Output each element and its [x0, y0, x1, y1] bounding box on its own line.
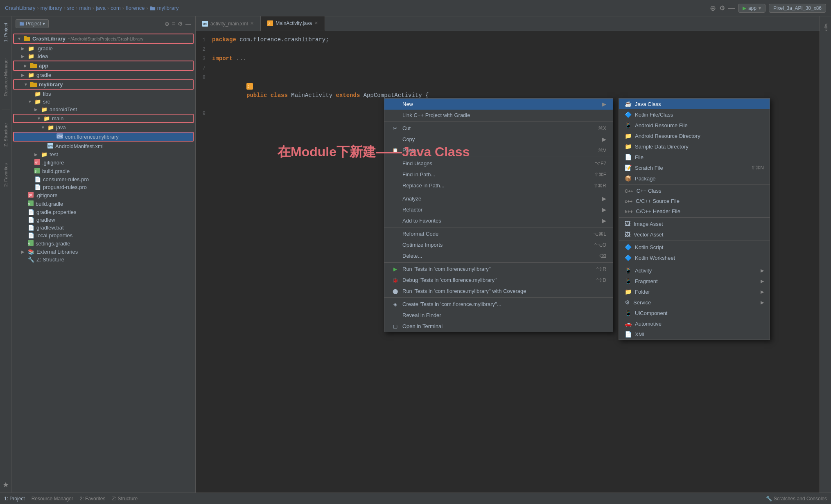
submenu-cpp-header[interactable]: h++ C/C++ Header File	[619, 206, 770, 216]
submenu-cpp-class[interactable]: C++ C++ Class	[619, 186, 770, 196]
tree-item-gitignore-lib[interactable]: git .gitignore	[11, 158, 195, 167]
tree-item-mylibrary[interactable]: ▼ mylibrary	[13, 79, 194, 90]
tree-item-gradle-hidden[interactable]: ▶ 📁 .gradle	[11, 45, 195, 52]
breadcrumb-crashlibrary[interactable]: CrashLibrary	[5, 5, 35, 11]
bottom-item-favorites[interactable]: 2: Favorites	[80, 496, 106, 502]
tab-mainactivity-java[interactable]: J MainActivity.java ✕	[261, 16, 325, 31]
close-panel-icon[interactable]: —	[185, 20, 191, 27]
submenu-android-res-file[interactable]: 📱 Android Resource File	[619, 120, 770, 130]
tree-item-test[interactable]: ▶ 📁 test	[11, 151, 195, 158]
device-button[interactable]: Pixel_3a_API_30_x86	[769, 4, 826, 13]
bottom-item-project[interactable]: 1: Project	[4, 496, 25, 502]
context-menu-replace-path[interactable]: Replace in Path... ⇧⌘R	[384, 180, 613, 191]
close-xml-tab[interactable]: ✕	[250, 21, 254, 26]
collapse-icon[interactable]: ≡	[172, 20, 175, 27]
submenu-image-asset[interactable]: 🖼 Image Asset	[619, 218, 770, 229]
tree-item-root[interactable]: ▼ CrashLibrary ~/AndroidStudioProjects/C…	[13, 34, 194, 44]
tree-item-external-libs[interactable]: ▶ 📚 External Libraries	[11, 248, 195, 256]
tree-item-proguard-rules[interactable]: 📄 proguard-rules.pro	[11, 183, 195, 191]
context-menu-paste[interactable]: 📋 Paste ⌘V	[384, 145, 613, 156]
context-menu-create-tests[interactable]: ◈ Create 'Tests in 'com.florence.mylibra…	[384, 299, 613, 310]
tree-item-src[interactable]: ▼ 📁 src	[11, 98, 195, 106]
context-menu-debug-tests[interactable]: 🐞 Debug 'Tests in 'com.florence.mylibrar…	[384, 274, 613, 286]
context-menu-analyze[interactable]: Analyze ▶	[384, 193, 613, 204]
context-menu-open-terminal[interactable]: ▢ Open in Terminal	[384, 321, 613, 332]
submenu-kotlin-worksheet[interactable]: 🔷 Kotlin Worksheet	[619, 252, 770, 263]
sidebar-tab-structure[interactable]: Z: Structure	[2, 120, 10, 150]
submenu-automotive[interactable]: 🚗 Automotive	[619, 318, 770, 329]
right-sidebar-label[interactable]: ativ.	[822, 20, 830, 34]
context-menu-cut[interactable]: ✂ Cut ⌘X	[384, 123, 613, 134]
submenu-ui-component[interactable]: 📱 UiComponent	[619, 308, 770, 318]
project-dropdown-button[interactable]: Project ▾	[16, 19, 49, 28]
breadcrumb-main[interactable]: main	[79, 5, 91, 11]
sidebar-tab-resource-manager[interactable]: Resource Manager	[2, 55, 10, 100]
settings-icon[interactable]: ⚙	[719, 4, 725, 12]
locate-icon[interactable]: ⊕	[165, 20, 169, 27]
context-menu-link-cpp[interactable]: Link C++ Project with Gradle	[384, 110, 613, 121]
submenu-android-res-dir[interactable]: 📁 Android Resource Directory	[619, 130, 770, 141]
submenu-file[interactable]: 📄 File	[619, 152, 770, 162]
tree-item-scratches[interactable]: 🔧 Z: Structure	[11, 256, 195, 263]
context-menu-find-usages[interactable]: Find Usages ⌥F7	[384, 158, 613, 169]
context-menu-find-path[interactable]: Find in Path... ⇧⌘F	[384, 169, 613, 180]
submenu-vector-asset[interactable]: 🖼 Vector Asset	[619, 229, 770, 240]
close-java-tab[interactable]: ✕	[314, 20, 318, 26]
submenu-activity[interactable]: 📱 Activity ▶	[619, 265, 770, 276]
submenu-scratch-file[interactable]: 📝 Scratch File ⇧⌘N	[619, 162, 770, 173]
tree-item-buildgradle-lib[interactable]: g build.gradle	[11, 167, 195, 176]
favorites-star-icon[interactable]: ★	[2, 480, 9, 489]
context-menu[interactable]: New ▶ Link C++ Project with Gradle ✂ Cut…	[384, 98, 613, 332]
tree-item-gradlew-bat[interactable]: 📄 gradlew.bat	[11, 224, 195, 232]
submenu-package[interactable]: 📦 Package	[619, 173, 770, 184]
submenu-service[interactable]: ⚙ Service ▶	[619, 297, 770, 308]
minimize-icon[interactable]: —	[728, 4, 735, 12]
sidebar-tab-project[interactable]: 1: Project	[2, 20, 10, 45]
tab-activity-main-xml[interactable]: xml activity_main.xml ✕	[196, 16, 261, 31]
breadcrumb-mylibrary-folder[interactable]: mylibrary	[157, 5, 179, 11]
tree-item-local-props[interactable]: 📄 local.properties	[11, 232, 195, 239]
context-menu-reveal-finder[interactable]: Reveal in Finder	[384, 310, 613, 321]
breadcrumb-mylibrary[interactable]: mylibrary	[41, 5, 62, 11]
breadcrumb-src[interactable]: src	[67, 5, 74, 11]
tree-item-androidtest[interactable]: ▶ 📁 androidTest	[11, 106, 195, 113]
context-menu-run-tests[interactable]: ▶ Run 'Tests in 'com.florence.mylibrary'…	[384, 263, 613, 274]
submenu-xml[interactable]: 📄 XML	[619, 329, 770, 340]
context-menu-copy[interactable]: Copy ▶	[384, 134, 613, 145]
submenu-cpp-source[interactable]: c++ C/C++ Source File	[619, 196, 770, 206]
context-menu-delete[interactable]: Delete... ⌫	[384, 250, 613, 261]
submenu-kotlin-file[interactable]: 🔷 Kotlin File/Class	[619, 109, 770, 120]
submenu-sample-data-dir[interactable]: 📁 Sample Data Directory	[619, 141, 770, 152]
tree-item-app[interactable]: ▶ app	[13, 61, 194, 71]
tree-item-gitignore-root[interactable]: git .gitignore	[11, 191, 195, 200]
breadcrumb-florence[interactable]: florence	[126, 5, 145, 11]
bottom-item-scratches[interactable]: 🔧 Scratches and Consoles	[766, 496, 827, 502]
tree-item-main[interactable]: ▼ 📁 main	[13, 114, 194, 123]
submenu-java-class[interactable]: ☕ Java Class	[619, 99, 770, 109]
context-menu-run-coverage[interactable]: ⬤ Run 'Tests in 'com.florence.mylibrary'…	[384, 286, 613, 297]
bottom-item-structure[interactable]: Z: Structure	[112, 496, 138, 502]
bottom-item-resource-manager[interactable]: Resource Manager	[32, 496, 73, 502]
breadcrumb-com[interactable]: com	[111, 5, 121, 11]
submenu-kotlin-script[interactable]: 🔷 Kotlin Script	[619, 242, 770, 252]
tree-item-consumer-rules[interactable]: 📄 consumer-rules.pro	[11, 176, 195, 183]
navigate-icon[interactable]: ⊕	[710, 4, 716, 13]
submenu-folder[interactable]: 📁 Folder ▶	[619, 286, 770, 297]
submenu-new-items[interactable]: ☕ Java Class 🔷 Kotlin File/Class 📱 Andro…	[619, 98, 770, 340]
context-menu-add-favorites[interactable]: Add to Favorites ▶	[384, 215, 613, 226]
tree-item-androidmanifest[interactable]: xml AndroidManifest.xml	[11, 142, 195, 151]
tree-item-gradle-props[interactable]: 📄 gradle.properties	[11, 208, 195, 216]
tree-item-idea[interactable]: ▶ 📁 .idea	[11, 52, 195, 60]
tree-item-package[interactable]: pkg com.florence.mylibrary	[13, 132, 194, 142]
gear-icon[interactable]: ⚙	[178, 20, 183, 27]
context-menu-reformat[interactable]: Reformat Code ⌥⌘L	[384, 228, 613, 239]
tree-item-libs[interactable]: 📁 libs	[11, 90, 195, 98]
run-config-button[interactable]: ▶ app ▾	[738, 4, 766, 13]
sidebar-tab-favorites[interactable]: 2: Favorites	[2, 160, 10, 190]
submenu-fragment[interactable]: 📱 Fragment ▶	[619, 276, 770, 286]
tree-item-settings-gradle[interactable]: g settings.gradle	[11, 239, 195, 248]
tree-item-gradle-root[interactable]: ▶ 📁 gradle	[11, 71, 195, 79]
context-menu-optimize-imports[interactable]: Optimize Imports ^⌥O	[384, 239, 613, 250]
tree-item-buildgradle-root[interactable]: g build.gradle	[11, 200, 195, 208]
context-menu-refactor[interactable]: Refactor ▶	[384, 204, 613, 215]
